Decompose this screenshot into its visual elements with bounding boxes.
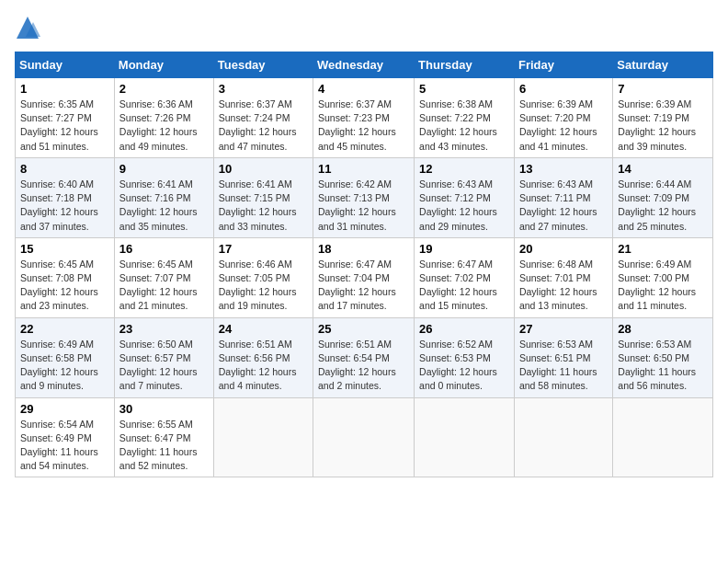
day-number: 15 — [20, 242, 109, 256]
day-number: 28 — [618, 322, 708, 336]
day-number: 29 — [20, 402, 109, 416]
day-number: 30 — [119, 402, 209, 416]
calendar-cell-22: 23Sunrise: 6:50 AM Sunset: 6:57 PM Dayli… — [114, 317, 213, 397]
day-info: Sunrise: 6:42 AM Sunset: 7:13 PM Dayligh… — [318, 178, 409, 234]
calendar-cell-3: 4Sunrise: 6:37 AM Sunset: 7:23 PM Daylig… — [313, 78, 415, 158]
day-info: Sunrise: 6:43 AM Sunset: 7:12 PM Dayligh… — [419, 178, 509, 234]
day-info: Sunrise: 6:49 AM Sunset: 7:00 PM Dayligh… — [618, 258, 708, 314]
calendar-week-1: 1Sunrise: 6:35 AM Sunset: 7:27 PM Daylig… — [16, 78, 713, 158]
calendar-cell-10: 11Sunrise: 6:42 AM Sunset: 7:13 PM Dayli… — [313, 157, 415, 237]
day-info: Sunrise: 6:55 AM Sunset: 6:47 PM Dayligh… — [119, 418, 209, 474]
day-number: 14 — [618, 162, 708, 176]
day-info: Sunrise: 6:52 AM Sunset: 6:53 PM Dayligh… — [419, 338, 509, 394]
day-info: Sunrise: 6:39 AM Sunset: 7:19 PM Dayligh… — [618, 98, 708, 154]
calendar-cell-34 — [613, 397, 713, 477]
calendar-cell-12: 13Sunrise: 6:43 AM Sunset: 7:11 PM Dayli… — [514, 157, 612, 237]
day-number: 23 — [119, 322, 209, 336]
calendar-cell-16: 17Sunrise: 6:46 AM Sunset: 7:05 PM Dayli… — [213, 237, 313, 317]
column-header-monday: Monday — [114, 52, 213, 78]
calendar-cell-25: 26Sunrise: 6:52 AM Sunset: 6:53 PM Dayli… — [415, 317, 515, 397]
day-number: 9 — [119, 162, 209, 176]
calendar-cell-15: 16Sunrise: 6:45 AM Sunset: 7:07 PM Dayli… — [114, 237, 213, 317]
calendar-cell-13: 14Sunrise: 6:44 AM Sunset: 7:09 PM Dayli… — [613, 157, 713, 237]
day-number: 17 — [219, 242, 308, 256]
calendar-cell-24: 25Sunrise: 6:51 AM Sunset: 6:54 PM Dayli… — [313, 317, 415, 397]
day-info: Sunrise: 6:44 AM Sunset: 7:09 PM Dayligh… — [618, 178, 708, 234]
day-number: 11 — [318, 162, 409, 176]
day-info: Sunrise: 6:51 AM Sunset: 6:56 PM Dayligh… — [219, 338, 308, 394]
calendar-cell-9: 10Sunrise: 6:41 AM Sunset: 7:15 PM Dayli… — [213, 157, 313, 237]
day-info: Sunrise: 6:53 AM Sunset: 6:51 PM Dayligh… — [519, 338, 608, 394]
calendar-cell-18: 19Sunrise: 6:47 AM Sunset: 7:02 PM Dayli… — [415, 237, 515, 317]
column-header-sunday: Sunday — [16, 52, 115, 78]
calendar-week-2: 8Sunrise: 6:40 AM Sunset: 7:18 PM Daylig… — [16, 157, 713, 237]
calendar-cell-20: 21Sunrise: 6:49 AM Sunset: 7:00 PM Dayli… — [613, 237, 713, 317]
day-number: 13 — [519, 162, 608, 176]
column-header-wednesday: Wednesday — [313, 52, 415, 78]
column-header-saturday: Saturday — [613, 52, 713, 78]
day-info: Sunrise: 6:46 AM Sunset: 7:05 PM Dayligh… — [219, 258, 308, 314]
day-number: 3 — [219, 82, 308, 96]
logo-icon — [15, 15, 40, 40]
day-number: 8 — [20, 162, 109, 176]
day-number: 25 — [318, 322, 409, 336]
calendar-table: SundayMondayTuesdayWednesdayThursdayFrid… — [15, 52, 713, 477]
day-info: Sunrise: 6:48 AM Sunset: 7:01 PM Dayligh… — [519, 258, 608, 314]
calendar-cell-14: 15Sunrise: 6:45 AM Sunset: 7:08 PM Dayli… — [16, 237, 115, 317]
day-info: Sunrise: 6:37 AM Sunset: 7:23 PM Dayligh… — [318, 98, 409, 154]
calendar-cell-6: 7Sunrise: 6:39 AM Sunset: 7:19 PM Daylig… — [613, 78, 713, 158]
day-number: 24 — [219, 322, 308, 336]
day-info: Sunrise: 6:36 AM Sunset: 7:26 PM Dayligh… — [119, 98, 209, 154]
day-number: 6 — [519, 82, 608, 96]
day-info: Sunrise: 6:53 AM Sunset: 6:50 PM Dayligh… — [618, 338, 708, 394]
day-info: Sunrise: 6:41 AM Sunset: 7:16 PM Dayligh… — [119, 178, 209, 234]
day-info: Sunrise: 6:47 AM Sunset: 7:02 PM Dayligh… — [419, 258, 509, 314]
day-info: Sunrise: 6:45 AM Sunset: 7:07 PM Dayligh… — [119, 258, 209, 314]
day-info: Sunrise: 6:39 AM Sunset: 7:20 PM Dayligh… — [519, 98, 608, 154]
calendar-cell-19: 20Sunrise: 6:48 AM Sunset: 7:01 PM Dayli… — [514, 237, 612, 317]
day-number: 26 — [419, 322, 509, 336]
day-number: 27 — [519, 322, 608, 336]
day-info: Sunrise: 6:54 AM Sunset: 6:49 PM Dayligh… — [20, 418, 109, 474]
day-number: 18 — [318, 242, 409, 256]
column-header-friday: Friday — [514, 52, 612, 78]
calendar-cell-26: 27Sunrise: 6:53 AM Sunset: 6:51 PM Dayli… — [514, 317, 612, 397]
day-info: Sunrise: 6:37 AM Sunset: 7:24 PM Dayligh… — [219, 98, 308, 154]
day-info: Sunrise: 6:43 AM Sunset: 7:11 PM Dayligh… — [519, 178, 608, 234]
day-number: 10 — [219, 162, 308, 176]
day-number: 2 — [119, 82, 209, 96]
day-number: 19 — [419, 242, 509, 256]
calendar-cell-30 — [213, 397, 313, 477]
day-number: 12 — [419, 162, 509, 176]
day-number: 1 — [20, 82, 109, 96]
calendar-header-row: SundayMondayTuesdayWednesdayThursdayFrid… — [16, 52, 713, 78]
calendar-week-4: 22Sunrise: 6:49 AM Sunset: 6:58 PM Dayli… — [16, 317, 713, 397]
calendar-cell-8: 9Sunrise: 6:41 AM Sunset: 7:16 PM Daylig… — [114, 157, 213, 237]
logo — [15, 15, 44, 40]
column-header-thursday: Thursday — [415, 52, 515, 78]
calendar-cell-1: 2Sunrise: 6:36 AM Sunset: 7:26 PM Daylig… — [114, 78, 213, 158]
day-info: Sunrise: 6:47 AM Sunset: 7:04 PM Dayligh… — [318, 258, 409, 314]
day-number: 4 — [318, 82, 409, 96]
calendar-cell-23: 24Sunrise: 6:51 AM Sunset: 6:56 PM Dayli… — [213, 317, 313, 397]
day-number: 22 — [20, 322, 109, 336]
calendar-week-3: 15Sunrise: 6:45 AM Sunset: 7:08 PM Dayli… — [16, 237, 713, 317]
day-info: Sunrise: 6:41 AM Sunset: 7:15 PM Dayligh… — [219, 178, 308, 234]
day-info: Sunrise: 6:45 AM Sunset: 7:08 PM Dayligh… — [20, 258, 109, 314]
calendar-cell-7: 8Sunrise: 6:40 AM Sunset: 7:18 PM Daylig… — [16, 157, 115, 237]
calendar-cell-29: 30Sunrise: 6:55 AM Sunset: 6:47 PM Dayli… — [114, 397, 213, 477]
calendar-cell-28: 29Sunrise: 6:54 AM Sunset: 6:49 PM Dayli… — [16, 397, 115, 477]
day-number: 7 — [618, 82, 708, 96]
day-info: Sunrise: 6:38 AM Sunset: 7:22 PM Dayligh… — [419, 98, 509, 154]
calendar-cell-5: 6Sunrise: 6:39 AM Sunset: 7:20 PM Daylig… — [514, 78, 612, 158]
calendar-cell-21: 22Sunrise: 6:49 AM Sunset: 6:58 PM Dayli… — [16, 317, 115, 397]
day-number: 5 — [419, 82, 509, 96]
day-number: 20 — [519, 242, 608, 256]
day-info: Sunrise: 6:51 AM Sunset: 6:54 PM Dayligh… — [318, 338, 409, 394]
calendar-week-5: 29Sunrise: 6:54 AM Sunset: 6:49 PM Dayli… — [16, 397, 713, 477]
page-header — [15, 15, 713, 40]
day-info: Sunrise: 6:49 AM Sunset: 6:58 PM Dayligh… — [20, 338, 109, 394]
calendar-cell-31 — [313, 397, 415, 477]
calendar-cell-17: 18Sunrise: 6:47 AM Sunset: 7:04 PM Dayli… — [313, 237, 415, 317]
day-number: 16 — [119, 242, 209, 256]
